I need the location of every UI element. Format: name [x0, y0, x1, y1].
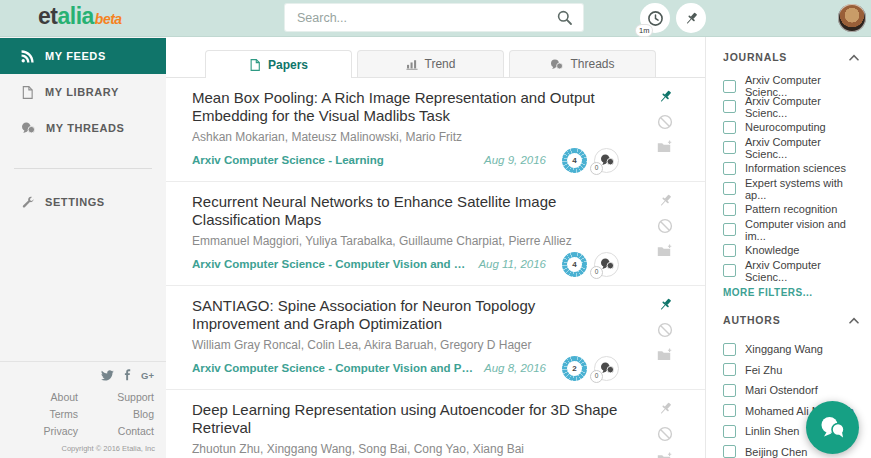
papers-list: Mean Box Pooling: A Rich Image Represent…: [166, 78, 705, 458]
comments-button[interactable]: 0: [594, 148, 619, 173]
facebook-icon[interactable]: [124, 369, 131, 381]
filter-item[interactable]: Computer vision and im...: [723, 220, 859, 241]
checkbox[interactable]: [723, 343, 736, 356]
ban-icon[interactable]: [657, 322, 673, 338]
checkbox[interactable]: [723, 162, 736, 175]
comments-button[interactable]: 0: [594, 252, 619, 277]
checkbox[interactable]: [723, 141, 736, 154]
add-to-library-icon[interactable]: [657, 140, 673, 154]
chevron-up-icon[interactable]: [849, 54, 859, 61]
filter-label: Mari Ostendorf: [745, 384, 818, 396]
filter-item[interactable]: Neurocomputing: [723, 117, 859, 138]
search-input[interactable]: [295, 10, 557, 26]
twitter-icon[interactable]: [101, 370, 114, 381]
filter-item[interactable]: Information sciences: [723, 158, 859, 179]
comments-count-badge: 0: [590, 266, 603, 279]
paper-title[interactable]: SANTIAGO: Spine Association for Neuron T…: [192, 297, 619, 334]
checkbox[interactable]: [723, 363, 736, 376]
footer-link-support[interactable]: Support: [78, 391, 154, 403]
more-filters-link[interactable]: MORE FILTERS...: [723, 287, 859, 298]
paper-actions: [655, 297, 675, 362]
ban-icon[interactable]: [657, 218, 673, 234]
footer-link-terms[interactable]: Terms: [0, 408, 78, 420]
relevance-donut[interactable]: 4: [562, 148, 587, 173]
footer-link-privacy[interactable]: Privacy: [0, 425, 78, 437]
footer-link-blog[interactable]: Blog: [78, 408, 154, 420]
tab-threads[interactable]: Threads: [509, 50, 656, 77]
paper-actions: [655, 193, 675, 258]
sidebar-item-settings[interactable]: SETTINGS: [0, 184, 166, 220]
pin-icon[interactable]: [658, 401, 673, 416]
sidebar-item-my-threads[interactable]: MY THREADS: [0, 110, 166, 146]
pinned-papers-button[interactable]: [676, 3, 706, 33]
tab-papers[interactable]: Papers: [205, 50, 352, 78]
file-icon: [249, 59, 261, 71]
footer-link-about[interactable]: About: [0, 391, 78, 403]
ban-icon[interactable]: [657, 426, 673, 442]
checkbox[interactable]: [723, 244, 736, 257]
chevron-up-icon[interactable]: [849, 317, 859, 324]
ban-icon[interactable]: [657, 114, 673, 130]
logo-part1: et: [38, 3, 57, 29]
paper-title[interactable]: Mean Box Pooling: A Rich Image Represent…: [192, 89, 619, 126]
paper-title[interactable]: Recurrent Neural Networks to Enhance Sat…: [192, 193, 619, 230]
checkbox[interactable]: [723, 100, 736, 113]
footer-link-contact[interactable]: Contact: [78, 425, 154, 437]
filter-item[interactable]: Arxiv Computer Scienc...: [723, 76, 859, 97]
filter-item[interactable]: Mari Ostendorf: [723, 380, 859, 401]
paper-actions: [655, 401, 675, 458]
filter-item[interactable]: Knowledge: [723, 240, 859, 261]
tab-trend[interactable]: Trend: [357, 50, 504, 77]
paper-journal-link[interactable]: Arxiv Computer Science - Computer Vision…: [192, 258, 468, 270]
filter-label: Pattern recognition: [745, 203, 837, 215]
checkbox[interactable]: [723, 404, 736, 417]
checkbox[interactable]: [723, 223, 736, 236]
filter-item[interactable]: Xinggang Wang: [723, 339, 859, 360]
comments-button[interactable]: 0: [594, 356, 619, 381]
journals-filter-list: Arxiv Computer Scienc... Arxiv Computer …: [723, 76, 859, 281]
sidebar-item-my-feeds[interactable]: MY FEEDS: [0, 38, 166, 74]
pin-icon[interactable]: [658, 297, 673, 312]
filter-item[interactable]: Pattern recognition: [723, 199, 859, 220]
checkbox[interactable]: [723, 445, 736, 458]
top-bar: etaliabeta 1m: [0, 0, 871, 37]
pin-icon[interactable]: [658, 89, 673, 104]
filter-item[interactable]: Arxiv Computer Scienc...: [723, 138, 859, 159]
history-clock-button[interactable]: 1m: [640, 3, 670, 33]
filter-label: Linlin Shen: [745, 425, 799, 437]
filter-item[interactable]: Arxiv Computer Scienc...: [723, 97, 859, 118]
logo-part2: alia: [57, 3, 93, 29]
checkbox[interactable]: [723, 182, 736, 195]
checkbox[interactable]: [723, 264, 736, 277]
footer-links: About Support Terms Blog Privacy Contact: [0, 391, 166, 437]
filter-label: Fei Zhu: [745, 364, 782, 376]
checkbox[interactable]: [723, 425, 736, 438]
search-bar[interactable]: [285, 4, 583, 31]
user-avatar[interactable]: [838, 4, 866, 32]
checkbox[interactable]: [723, 203, 736, 216]
paper-journal-link[interactable]: Arxiv Computer Science - Learning: [192, 154, 384, 166]
relevance-donut[interactable]: 2: [562, 356, 587, 381]
checkbox[interactable]: [723, 121, 736, 134]
search-icon[interactable]: [557, 10, 573, 26]
chat-support-button[interactable]: [806, 401, 859, 454]
logo-beta: beta: [95, 11, 122, 27]
add-to-library-icon[interactable]: [657, 452, 673, 458]
add-to-library-icon[interactable]: [657, 244, 673, 258]
filter-item[interactable]: Fei Zhu: [723, 360, 859, 381]
sidebar-item-my-library[interactable]: MY LIBRARY: [0, 74, 166, 110]
main-content: Papers Trend Threads Mean Box Pooling: A…: [166, 36, 705, 458]
filter-item[interactable]: Expert systems with ap...: [723, 179, 859, 200]
comments-icon: [550, 59, 563, 70]
google-plus-icon[interactable]: G+: [141, 370, 154, 381]
paper-journal-link[interactable]: Arxiv Computer Science - Computer Vision…: [192, 362, 474, 374]
checkbox[interactable]: [723, 384, 736, 397]
paper-title[interactable]: Deep Learning Representation using Autoe…: [192, 401, 619, 438]
paper-authors: Emmanuel Maggiori, Yuliya Tarabalka, Gui…: [192, 234, 619, 248]
checkbox[interactable]: [723, 80, 736, 93]
filter-item[interactable]: Arxiv Computer Scienc...: [723, 261, 859, 282]
etalia-logo[interactable]: etaliabeta: [38, 3, 122, 30]
add-to-library-icon[interactable]: [657, 348, 673, 362]
pin-icon[interactable]: [658, 193, 673, 208]
relevance-donut[interactable]: 4: [562, 252, 587, 277]
